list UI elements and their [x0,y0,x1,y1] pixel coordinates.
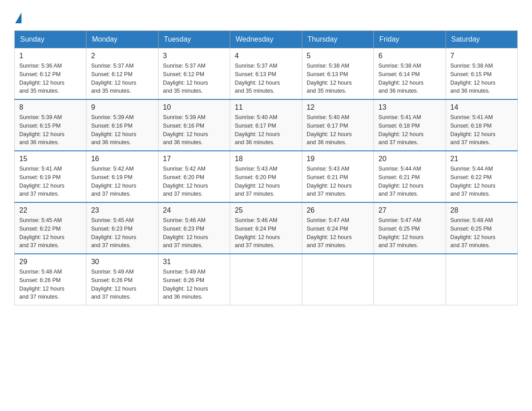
day-info: Sunrise: 5:45 AMSunset: 6:23 PMDaylight:… [91,216,153,250]
calendar-cell: 22Sunrise: 5:45 AMSunset: 6:22 PMDayligh… [15,202,86,254]
calendar-cell: 29Sunrise: 5:48 AMSunset: 6:26 PMDayligh… [15,254,86,305]
day-info: Sunrise: 5:49 AMSunset: 6:26 PMDaylight:… [91,268,153,301]
day-number: 13 [378,103,441,111]
calendar-cell: 4Sunrise: 5:37 AMSunset: 6:13 PMDaylight… [230,48,302,100]
day-number: 8 [19,103,82,111]
calendar-cell [374,254,446,305]
day-info: Sunrise: 5:49 AMSunset: 6:26 PMDaylight:… [163,268,225,301]
calendar-cell: 10Sunrise: 5:39 AMSunset: 6:16 PMDayligh… [158,99,230,151]
header-thursday: Thursday [302,31,373,48]
day-number: 27 [378,206,441,214]
day-info: Sunrise: 5:47 AMSunset: 6:24 PMDaylight:… [307,216,369,250]
week-row-4: 22Sunrise: 5:45 AMSunset: 6:22 PMDayligh… [15,202,518,254]
calendar-cell: 17Sunrise: 5:42 AMSunset: 6:20 PMDayligh… [158,151,230,202]
calendar-cell: 1Sunrise: 5:36 AMSunset: 6:12 PMDaylight… [15,48,86,100]
logo-triangle-icon [15,13,21,23]
day-number: 6 [378,52,441,60]
day-info: Sunrise: 5:39 AMSunset: 6:16 PMDaylight:… [91,113,153,147]
calendar-cell: 19Sunrise: 5:43 AMSunset: 6:21 PMDayligh… [302,151,373,202]
calendar-cell: 27Sunrise: 5:47 AMSunset: 6:25 PMDayligh… [374,202,446,254]
header-friday: Friday [374,31,446,48]
day-info: Sunrise: 5:37 AMSunset: 6:13 PMDaylight:… [235,62,297,95]
calendar-cell: 18Sunrise: 5:43 AMSunset: 6:20 PMDayligh… [230,151,302,202]
calendar-cell: 5Sunrise: 5:38 AMSunset: 6:13 PMDaylight… [302,48,373,100]
day-info: Sunrise: 5:45 AMSunset: 6:22 PMDaylight:… [19,216,82,250]
day-info: Sunrise: 5:38 AMSunset: 6:15 PMDaylight:… [450,62,513,95]
day-info: Sunrise: 5:40 AMSunset: 6:17 PMDaylight:… [235,113,297,147]
day-info: Sunrise: 5:44 AMSunset: 6:21 PMDaylight:… [378,165,441,198]
week-row-3: 15Sunrise: 5:41 AMSunset: 6:19 PMDayligh… [15,151,518,202]
day-info: Sunrise: 5:46 AMSunset: 6:24 PMDaylight:… [235,216,297,250]
calendar-cell: 7Sunrise: 5:38 AMSunset: 6:15 PMDaylight… [446,48,517,100]
calendar-cell: 14Sunrise: 5:41 AMSunset: 6:18 PMDayligh… [446,99,517,151]
day-number: 5 [307,52,369,60]
calendar-cell: 25Sunrise: 5:46 AMSunset: 6:24 PMDayligh… [230,202,302,254]
calendar-cell: 28Sunrise: 5:48 AMSunset: 6:25 PMDayligh… [446,202,517,254]
day-number: 28 [450,206,513,214]
calendar-cell: 2Sunrise: 5:37 AMSunset: 6:12 PMDaylight… [86,48,158,100]
week-row-5: 29Sunrise: 5:48 AMSunset: 6:26 PMDayligh… [15,254,518,305]
day-number: 24 [163,206,225,214]
day-number: 20 [378,155,441,163]
calendar-cell: 31Sunrise: 5:49 AMSunset: 6:26 PMDayligh… [158,254,230,305]
day-number: 15 [19,155,82,163]
calendar-cell: 9Sunrise: 5:39 AMSunset: 6:16 PMDaylight… [86,99,158,151]
day-number: 14 [450,103,513,111]
week-row-2: 8Sunrise: 5:39 AMSunset: 6:15 PMDaylight… [15,99,518,151]
day-info: Sunrise: 5:41 AMSunset: 6:18 PMDaylight:… [450,113,513,147]
day-number: 9 [91,103,153,111]
day-info: Sunrise: 5:39 AMSunset: 6:16 PMDaylight:… [163,113,225,147]
day-number: 4 [235,52,297,60]
day-number: 17 [163,155,225,163]
day-number: 3 [163,52,225,60]
day-info: Sunrise: 5:38 AMSunset: 6:13 PMDaylight:… [307,62,369,95]
day-info: Sunrise: 5:37 AMSunset: 6:12 PMDaylight:… [163,62,225,95]
day-info: Sunrise: 5:43 AMSunset: 6:20 PMDaylight:… [235,165,297,198]
header-sunday: Sunday [15,31,86,48]
day-info: Sunrise: 5:37 AMSunset: 6:12 PMDaylight:… [91,62,153,95]
calendar-cell [230,254,302,305]
day-info: Sunrise: 5:43 AMSunset: 6:21 PMDaylight:… [307,165,369,198]
day-info: Sunrise: 5:42 AMSunset: 6:20 PMDaylight:… [163,165,225,198]
logo [14,11,21,23]
calendar-cell: 3Sunrise: 5:37 AMSunset: 6:12 PMDaylight… [158,48,230,100]
header-saturday: Saturday [446,31,517,48]
calendar-cell: 24Sunrise: 5:46 AMSunset: 6:23 PMDayligh… [158,202,230,254]
day-number: 29 [19,258,82,266]
day-info: Sunrise: 5:40 AMSunset: 6:17 PMDaylight:… [307,113,369,147]
header-monday: Monday [86,31,158,48]
calendar-cell: 20Sunrise: 5:44 AMSunset: 6:21 PMDayligh… [374,151,446,202]
day-number: 10 [163,103,225,111]
day-info: Sunrise: 5:47 AMSunset: 6:25 PMDaylight:… [378,216,441,250]
day-number: 11 [235,103,297,111]
day-number: 23 [91,206,153,214]
calendar-cell: 21Sunrise: 5:44 AMSunset: 6:22 PMDayligh… [446,151,517,202]
calendar-table: SundayMondayTuesdayWednesdayThursdayFrid… [14,30,518,305]
calendar-cell: 16Sunrise: 5:42 AMSunset: 6:19 PMDayligh… [86,151,158,202]
calendar-cell [302,254,373,305]
day-number: 16 [91,155,153,163]
day-info: Sunrise: 5:42 AMSunset: 6:19 PMDaylight:… [91,165,153,198]
day-info: Sunrise: 5:41 AMSunset: 6:18 PMDaylight:… [378,113,441,147]
day-info: Sunrise: 5:48 AMSunset: 6:25 PMDaylight:… [450,216,513,250]
day-number: 26 [307,206,369,214]
header-row: SundayMondayTuesdayWednesdayThursdayFrid… [15,31,518,48]
day-info: Sunrise: 5:38 AMSunset: 6:14 PMDaylight:… [378,62,441,95]
calendar-cell: 23Sunrise: 5:45 AMSunset: 6:23 PMDayligh… [86,202,158,254]
day-info: Sunrise: 5:41 AMSunset: 6:19 PMDaylight:… [19,165,82,198]
day-number: 7 [450,52,513,60]
calendar-cell: 8Sunrise: 5:39 AMSunset: 6:15 PMDaylight… [15,99,86,151]
day-number: 12 [307,103,369,111]
day-info: Sunrise: 5:46 AMSunset: 6:23 PMDaylight:… [163,216,225,250]
calendar-cell: 26Sunrise: 5:47 AMSunset: 6:24 PMDayligh… [302,202,373,254]
calendar-cell: 15Sunrise: 5:41 AMSunset: 6:19 PMDayligh… [15,151,86,202]
calendar-cell: 30Sunrise: 5:49 AMSunset: 6:26 PMDayligh… [86,254,158,305]
day-number: 1 [19,52,82,60]
page-header [14,11,518,23]
calendar-cell: 6Sunrise: 5:38 AMSunset: 6:14 PMDaylight… [374,48,446,100]
day-number: 19 [307,155,369,163]
header-tuesday: Tuesday [158,31,230,48]
day-info: Sunrise: 5:36 AMSunset: 6:12 PMDaylight:… [19,62,82,95]
calendar-cell: 11Sunrise: 5:40 AMSunset: 6:17 PMDayligh… [230,99,302,151]
day-number: 31 [163,258,225,266]
